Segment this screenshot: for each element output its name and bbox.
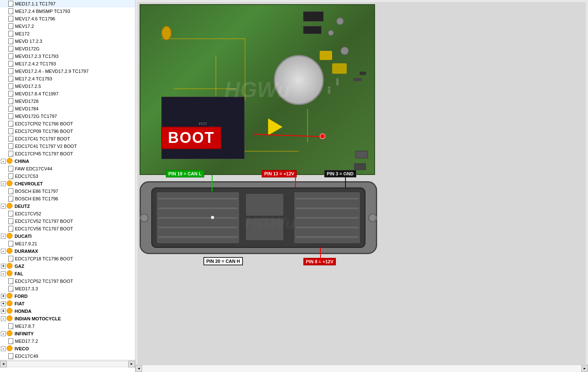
expand-icon-infinity[interactable]: - bbox=[1, 331, 6, 336]
folder-icon-fal bbox=[7, 270, 13, 277]
tree-item-med1772[interactable]: MED17.7.2 bbox=[0, 337, 135, 345]
red-dot bbox=[320, 133, 325, 139]
tree-item-me172[interactable]: ME172 bbox=[0, 30, 135, 37]
doc-icon-med1733 bbox=[8, 286, 13, 292]
pin20-label: PIN 20 = CAN H bbox=[203, 257, 243, 265]
pin-row-r bbox=[296, 198, 358, 200]
tree-item-edc17cv56[interactable]: EDC17CV56 TC1767 BOOT bbox=[0, 225, 135, 232]
expand-icon-chevrolet[interactable]: - bbox=[1, 181, 6, 186]
tree-item-edc17cp02[interactable]: EDC17CP02 TC1766 BOOT bbox=[0, 120, 135, 127]
tree-item-me17242[interactable]: ME17.2.4.2 TC1793 bbox=[0, 60, 135, 67]
expand-icon-indianmoto[interactable]: - bbox=[1, 316, 6, 321]
tree-item-infinity[interactable]: -INFINITY bbox=[0, 330, 135, 337]
tree-item-edc17c41[interactable]: EDC17C41 TC1797 BOOT bbox=[0, 135, 135, 142]
bottom-scrollbar[interactable]: ◄ ► bbox=[0, 360, 135, 367]
h-scroll-track[interactable] bbox=[7, 361, 128, 367]
expand-icon-fiat[interactable]: + bbox=[1, 301, 6, 306]
tree-item-deutz[interactable]: -DEUTZ bbox=[0, 202, 135, 210]
pin-row-r bbox=[296, 236, 358, 238]
expand-icon-china[interactable]: - bbox=[1, 159, 6, 164]
tree-item-edc17cp45[interactable]: EDC17CP45 TC1797 BOOT bbox=[0, 150, 135, 157]
tree-item-edc17cp18[interactable]: EDC17CP18 TC1796 BOOT bbox=[0, 255, 135, 262]
tree-item-bossche86tc1796[interactable]: BOSCH E86 TC1796 bbox=[0, 195, 135, 202]
tree-item-faw[interactable]: FAW EDC17CV44 bbox=[0, 165, 135, 172]
tree-item-chevrolet[interactable]: -CHEVROLET bbox=[0, 180, 135, 187]
expand-icon-ducati[interactable]: - bbox=[1, 234, 6, 239]
expand-icon-ford[interactable]: + bbox=[1, 294, 6, 299]
right-scroll-left[interactable]: ◄ bbox=[135, 365, 142, 372]
tree-label-me17242: ME17.2.4.2 TC1793 bbox=[15, 61, 56, 66]
expand-icon-honda[interactable]: + bbox=[1, 309, 6, 314]
tree-item-edc17cv52boot[interactable]: EDC17CV52 TC1797 BOOT bbox=[0, 217, 135, 225]
yellow-arrow bbox=[261, 114, 283, 135]
right-panel-scrollbar[interactable]: ◄ ► bbox=[135, 365, 588, 372]
scroll-left-arrow[interactable]: ◄ bbox=[0, 361, 7, 367]
pin-row bbox=[158, 207, 238, 209]
tree-item-edc17c49[interactable]: EDC17C49 bbox=[0, 352, 135, 360]
tree-item-med1711[interactable]: MED17.1.1 TC1797 bbox=[0, 0, 135, 7]
tree-label-edc17c53: EDC17C53 bbox=[15, 174, 38, 179]
tree-label-edc17cp45: EDC17CP45 TC1797 BOOT bbox=[15, 151, 73, 156]
cap-1 bbox=[336, 17, 344, 25]
tree-item-med1733[interactable]: MED17.3.3 bbox=[0, 285, 135, 292]
tree-item-edc17cp52fal[interactable]: EDC17CP52 TC1797 BOOT bbox=[0, 277, 135, 285]
folder-icon-infinity bbox=[7, 330, 13, 337]
right-scroll-track[interactable] bbox=[142, 366, 581, 372]
doc-icon-med1711 bbox=[8, 1, 13, 7]
component-1 bbox=[320, 51, 332, 60]
tree-item-iveco[interactable]: -IVECO bbox=[0, 345, 135, 352]
tree-item-edc17c53[interactable]: EDC17C53 bbox=[0, 172, 135, 180]
tree-item-bossche86tc1797[interactable]: BOSCH E86 TC1797 bbox=[0, 187, 135, 195]
tree-item-fal[interactable]: -FAL bbox=[0, 270, 135, 277]
tree-item-fiat[interactable]: +FIAT bbox=[0, 300, 135, 307]
tree-item-ford[interactable]: +FORD bbox=[0, 292, 135, 300]
tree-item-indianmoto[interactable]: -INDIAN MOTOCYCLE bbox=[0, 315, 135, 322]
tree-item-mevd17284[interactable]: MEVD1784 bbox=[0, 105, 135, 112]
tree-item-china[interactable]: -CHINA bbox=[0, 157, 135, 165]
tree-item-edc17cv52[interactable]: EDC17CV52 bbox=[0, 210, 135, 217]
tree-item-mevd1723[interactable]: MEVD 17.2.3 bbox=[0, 37, 135, 45]
right-scroll-right[interactable]: ► bbox=[581, 365, 588, 372]
tree-item-edc17cp09[interactable]: EDC17CP09 TC1796 BOOT bbox=[0, 127, 135, 135]
tree-item-gaz[interactable]: +GAZ bbox=[0, 262, 135, 270]
doc-icon-mevd1723tc bbox=[8, 53, 13, 59]
scroll-right-arrow[interactable]: ► bbox=[128, 361, 135, 367]
tree-panel[interactable]: MED17.1.1 TC1797ME17.2.4 BMSMP TC1793MEV… bbox=[0, 0, 135, 372]
tree-item-mevd1728[interactable]: MEVD1728 bbox=[0, 97, 135, 105]
tree-item-mev1746[interactable]: MEV17.4.6 TC1796 bbox=[0, 15, 135, 22]
tree-item-me1787[interactable]: ME17.8.7 bbox=[0, 322, 135, 330]
tree-item-me1792[interactable]: ME17.9.21 bbox=[0, 240, 135, 247]
tree-item-mev172[interactable]: MEV17.2 bbox=[0, 22, 135, 30]
tree-label-edc17cp09: EDC17CP09 TC1796 BOOT bbox=[15, 129, 73, 134]
tree-item-me1724[interactable]: ME17.2.4 BMSMP TC1793 bbox=[0, 7, 135, 15]
cap-3 bbox=[340, 47, 349, 55]
expand-icon-duramax[interactable]: - bbox=[1, 249, 6, 254]
connector-container: PIN 19 = CAN L PIN 13 = +12V PIN 3 = GND… bbox=[140, 181, 377, 265]
pin-row-r bbox=[296, 207, 358, 209]
doc-icon-mevd172g bbox=[8, 46, 13, 52]
tree-item-mevd172gtc[interactable]: MEVD172G TC1797 bbox=[0, 112, 135, 120]
tree-item-mevd1723tc[interactable]: MEVD17.2.3 TC1793 bbox=[0, 52, 135, 60]
tree-item-edc17c41v2[interactable]: EDC17C41 TC1797 V2 BOOT bbox=[0, 142, 135, 150]
tree-item-honda[interactable]: +HONDA bbox=[0, 307, 135, 315]
tree-item-duramax[interactable]: -DURAMAX bbox=[0, 247, 135, 255]
tree-item-mevd1724[interactable]: MEVD17.2.4 - MEVD17.2.9 TC1797 bbox=[0, 67, 135, 75]
pin-row-r bbox=[296, 217, 358, 219]
component-2 bbox=[332, 63, 347, 74]
expand-icon-fal[interactable]: - bbox=[1, 271, 6, 276]
tree-item-me17244[interactable]: ME17.2.4 TC1793 bbox=[0, 75, 135, 82]
tree-label-infinity: INFINITY bbox=[15, 331, 34, 336]
tree-item-mevd1725[interactable]: MEVD17.2.5 bbox=[0, 82, 135, 90]
expand-icon-gaz[interactable]: + bbox=[1, 264, 6, 269]
doc-icon-mevd1784 bbox=[8, 91, 13, 97]
smd-1 bbox=[360, 72, 366, 75]
tree-item-mevd1784[interactable]: MEVD17.8.4 TC1997 bbox=[0, 90, 135, 97]
center-area bbox=[244, 192, 285, 244]
expand-icon-iveco[interactable]: - bbox=[1, 346, 6, 351]
tree-label-med1733: MED17.3.3 bbox=[15, 286, 38, 291]
expand-icon-deutz[interactable]: - bbox=[1, 204, 6, 209]
pin3-label: PIN 3 = GND bbox=[324, 170, 356, 177]
smd-3 bbox=[355, 151, 368, 158]
tree-item-mevd172g[interactable]: MEVD172G bbox=[0, 45, 135, 52]
tree-item-ducati[interactable]: -DUCATI bbox=[0, 232, 135, 240]
